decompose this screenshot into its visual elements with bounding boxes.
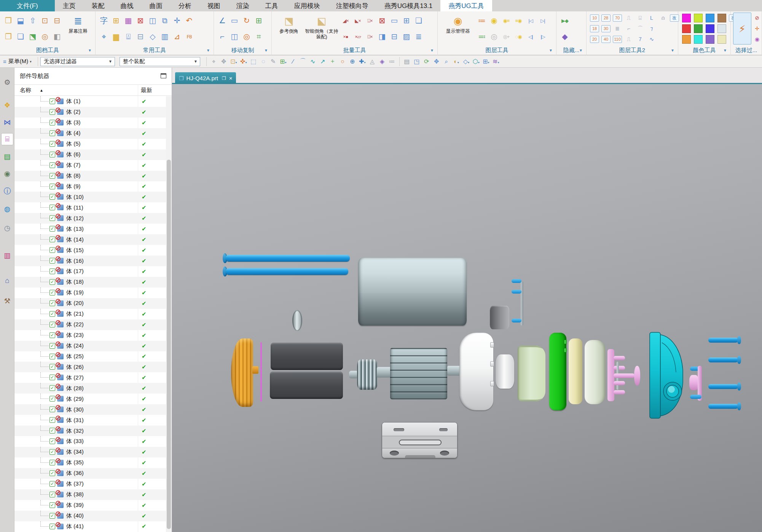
more-snap-icon[interactable]: ✚▾ (357, 58, 367, 65)
bulb-on-icon[interactable]: ◉ (488, 17, 500, 24)
face-group-icon[interactable]: ❏ (413, 17, 425, 24)
row-checkbox[interactable]: ✓ (49, 130, 55, 136)
pan-view-icon[interactable]: ✥ (432, 58, 442, 65)
touch-select-icon[interactable]: ⌖ (209, 58, 219, 65)
clipboard-icon[interactable]: ▤ (402, 58, 412, 65)
line-snap-icon[interactable]: ∕ (288, 58, 298, 65)
swatch-cyan[interactable] (694, 35, 703, 44)
table-row[interactable]: ✓体 (30)✔ (14, 404, 166, 415)
chevron-down-icon[interactable]: ▼ (579, 48, 583, 52)
gem-select-icon[interactable]: ◈ (377, 58, 387, 65)
menu-tab-5[interactable]: 分析 (171, 0, 199, 11)
frame-tool-icon[interactable]: ▭ (388, 17, 400, 24)
bulb-add-icon[interactable]: ◎+ (500, 34, 512, 39)
slide-export-icon[interactable]: ⊟ (51, 17, 63, 24)
row-checkbox[interactable]: ✓ (49, 194, 55, 200)
table-row[interactable]: ✓体 (33)✔ (14, 436, 166, 447)
float-window-icon[interactable]: ❐ (222, 76, 226, 81)
row-checkbox[interactable]: ✓ (49, 481, 55, 487)
row-checkbox[interactable]: ✓ (49, 385, 55, 391)
table-row[interactable]: ✓体 (11)✔ (14, 202, 166, 213)
no-selection-icon[interactable]: ⊘ (751, 15, 762, 21)
menu-tab-6[interactable]: 视图 (199, 0, 228, 11)
table-row[interactable]: ✓体 (13)✔ (14, 224, 166, 234)
zoom-view-icon[interactable]: ⌕ (442, 58, 451, 65)
rail-shape-icon[interactable]: ≣ (612, 26, 623, 31)
row-checkbox[interactable]: ✓ (49, 141, 55, 147)
delete-fillet-icon[interactable]: ◣× (352, 18, 364, 23)
press-shape-icon[interactable]: ⌻ (634, 15, 646, 21)
process-studio-icon[interactable]: ▥ (1, 249, 13, 261)
menu-tab-11[interactable]: 燕秀UG模具13.1 (376, 0, 441, 11)
layer-30-button[interactable]: 30 (601, 25, 611, 32)
background-toggle-icon[interactable]: ◧ (51, 33, 63, 40)
row-checkbox[interactable]: ✓ (49, 237, 55, 242)
part-magnet-upper[interactable] (271, 343, 343, 370)
table-row[interactable]: ✓体 (8)✔ (14, 171, 166, 181)
open-drawing-icon[interactable]: ❒ (2, 17, 14, 24)
table-row[interactable]: ✓体 (35)✔ (14, 457, 166, 468)
row-checkbox[interactable]: ✓ (49, 226, 55, 232)
row-checkbox[interactable]: ✓ (49, 258, 55, 264)
part-front-housing[interactable] (649, 332, 684, 419)
row-checkbox[interactable]: ✓ (49, 247, 55, 253)
part-worm-gear[interactable] (357, 359, 378, 390)
menu-tab-3[interactable]: 曲线 (113, 0, 142, 11)
frame-grid-icon[interactable]: ⊞ (400, 17, 413, 24)
wcs-icon[interactable]: ✜▾ (239, 58, 249, 65)
swatch-magenta[interactable] (682, 14, 691, 22)
part-rotor-armature[interactable] (390, 348, 447, 399)
list-bulb-icon[interactable]: ≡◉ (512, 18, 524, 23)
part-stud-flange[interactable] (634, 366, 640, 386)
layer-28-button[interactable]: 28 (601, 14, 611, 22)
part-housing-screw-1[interactable] (708, 336, 741, 344)
table-row[interactable]: ✓体 (38)✔ (14, 489, 166, 500)
bulb-pair-icon[interactable]: ◌◉ (512, 34, 524, 39)
table-row[interactable]: ✓体 (2)✔ (14, 107, 166, 118)
stamp-icon[interactable]: ⍝ (657, 15, 669, 21)
part-pink-screw-2[interactable] (614, 366, 625, 370)
selection-scope-dropdown[interactable]: 整个装配 ▼ (120, 57, 200, 66)
bulb-list-icon[interactable]: ◉≡ (500, 18, 512, 23)
orient-view-icon[interactable]: ⬡▾ (471, 58, 481, 65)
part-blue-screw-bottom[interactable] (690, 395, 701, 399)
hide-component-icon[interactable]: ◆ (559, 33, 571, 40)
part-center-stud[interactable] (614, 373, 634, 378)
wizard-icon[interactable]: ⌂ (1, 275, 13, 287)
row-checkbox[interactable]: ✓ (49, 438, 55, 444)
hatch-frame-icon[interactable]: ▨ (400, 33, 413, 40)
roles-gear-icon[interactable]: ⚙ (1, 76, 13, 88)
swatch-green[interactable] (694, 24, 703, 33)
table-row[interactable]: ✓体 (41)✔ (14, 521, 166, 532)
part-small-screw-3[interactable] (512, 319, 521, 322)
table-row[interactable]: ✓体 (23)✔ (14, 330, 166, 341)
selection-filter-dropdown[interactable]: 无选择过滤器 ▼ (40, 57, 115, 66)
corner-l-icon[interactable]: L (646, 15, 657, 21)
freeze-shape-icon[interactable]: ⎍ (623, 15, 634, 21)
part-housing-screw-3[interactable] (708, 383, 741, 391)
menu-tab-7[interactable]: 渲染 (228, 0, 257, 11)
table-tool-icon[interactable]: ⊟ (134, 33, 147, 40)
menu-tab-10[interactable]: 注塑模向导 (328, 0, 376, 11)
part-gasket[interactable] (260, 342, 262, 402)
chevron-down-icon[interactable]: ▼ (549, 48, 553, 52)
graphics-canvas[interactable] (172, 84, 762, 532)
table-row[interactable]: ✓体 (26)✔ (14, 362, 166, 372)
row-checkbox[interactable]: ✓ (49, 417, 55, 423)
table-row[interactable]: ✓体 (4)✔ (14, 128, 166, 139)
swatch-yellowgreen[interactable] (694, 14, 703, 22)
shaded-view-icon[interactable]: ◐▾ (451, 58, 461, 65)
layer-10-button[interactable]: 10 (590, 14, 599, 22)
layer-18-button[interactable]: 18 (590, 25, 599, 32)
table-row[interactable]: ✓体 (28)✔ (14, 383, 166, 394)
seven-shape-icon[interactable]: 7 (634, 37, 646, 42)
table-row[interactable]: ✓体 (36)✔ (14, 468, 166, 479)
part-end-cap-boss[interactable] (252, 366, 258, 374)
table-row[interactable]: ✓体 (37)✔ (14, 479, 166, 489)
part-insulator-disc[interactable] (569, 338, 582, 404)
customize-tools-icon[interactable]: ⚒ (1, 295, 13, 307)
swatch-orange[interactable] (682, 35, 691, 44)
ribbon-group-label[interactable]: 图层工具▼ (438, 46, 556, 55)
table-row[interactable]: ✓体 (9)✔ (14, 181, 166, 192)
part-housing-screw-4[interactable] (708, 402, 741, 410)
